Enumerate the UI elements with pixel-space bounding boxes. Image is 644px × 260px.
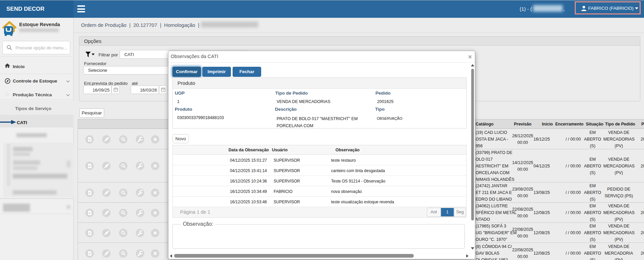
svg-text:7: 7 xyxy=(163,90,164,92)
svg-text:7: 7 xyxy=(115,90,117,92)
